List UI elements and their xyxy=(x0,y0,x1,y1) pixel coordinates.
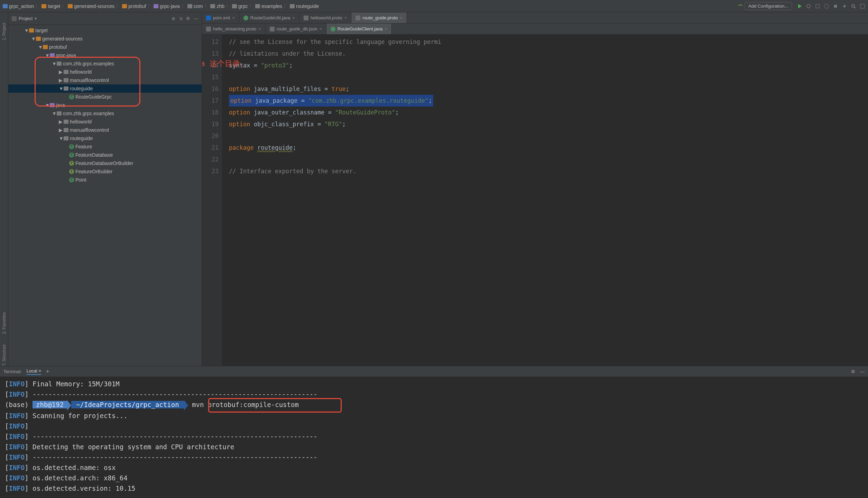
tab-label: RouteGuideClient.java xyxy=(338,26,382,31)
debug-icon[interactable] xyxy=(806,3,811,9)
svg-point-0 xyxy=(807,4,810,8)
svg-rect-6 xyxy=(12,16,17,21)
locate-icon[interactable]: ⊕ xyxy=(172,16,175,21)
file-icon xyxy=(243,16,248,20)
editor-tab[interactable]: route_guide.proto× xyxy=(351,12,407,23)
tab-label: pom.xml xyxy=(213,15,230,20)
svg-point-2 xyxy=(824,4,829,8)
breadcrumb[interactable]: grpc_action〉 target〉 generated-sources〉 … xyxy=(3,3,736,9)
stop-icon[interactable] xyxy=(833,3,838,9)
tree-node-interface[interactable]: FeatureOrBuilder xyxy=(8,167,202,176)
file-icon xyxy=(355,16,360,20)
editor-tab[interactable]: pom.xml× xyxy=(202,12,239,23)
search-icon[interactable] xyxy=(851,3,856,9)
tree-node-package[interactable]: ▼com.zhb.grpc.examples xyxy=(8,59,202,68)
line-gutter: 121314151617181920212223 xyxy=(202,35,222,366)
project-tree[interactable]: ▼target ▼generated-sources ▼protobuf ▼gr… xyxy=(8,25,202,366)
tree-node-java[interactable]: ▼java xyxy=(8,101,202,109)
project-panel-title: Project xyxy=(19,16,33,21)
close-icon[interactable]: × xyxy=(292,15,295,20)
tool-window-stripe-left: 1: Project 2: Favorites 7: Structure xyxy=(0,12,8,366)
tree-node-class[interactable]: RouteGuideGrpc xyxy=(8,93,202,101)
project-view-icon xyxy=(12,16,17,21)
editor-tab[interactable]: route_guide_db.json× xyxy=(266,24,326,34)
expand-icon[interactable]: ⇲ xyxy=(179,16,183,21)
svg-rect-3 xyxy=(834,5,837,8)
editor-body[interactable]: 121314151617181920212223 // see the Lice… xyxy=(202,35,868,366)
file-icon xyxy=(206,27,211,31)
vcs-icon[interactable] xyxy=(842,3,847,9)
tab-label: RouteGuideUtil.java xyxy=(250,15,290,20)
hammer-icon[interactable] xyxy=(738,3,743,9)
close-icon[interactable]: × xyxy=(319,26,322,31)
code-content[interactable]: // see the License for the specific lang… xyxy=(222,35,868,366)
tree-node-target[interactable]: ▼target xyxy=(8,26,202,35)
add-configuration-button[interactable]: Add Configuration... xyxy=(745,2,792,10)
hide-icon[interactable]: — xyxy=(860,369,865,374)
file-icon xyxy=(304,16,308,20)
editor-tab[interactable]: RouteGuideUtil.java× xyxy=(239,12,299,23)
tree-node-class[interactable]: Point xyxy=(8,176,202,184)
tree-node-protobuf[interactable]: ▼protobuf xyxy=(8,43,202,51)
terminal-label: Terminal: xyxy=(3,369,22,374)
close-icon[interactable]: × xyxy=(38,368,41,374)
run-toolbar xyxy=(793,3,865,9)
tree-node-class[interactable]: Feature xyxy=(8,142,202,151)
terminal-tabs: Terminal: Local × + ⚙ — xyxy=(0,366,868,377)
file-icon xyxy=(331,27,335,31)
tab-label: route_guide_db.json xyxy=(277,26,317,31)
project-dropdown-icon[interactable]: ▾ xyxy=(35,16,37,21)
terminal-tab-local[interactable]: Local × xyxy=(27,368,41,375)
favorites-tool-tab[interactable]: 2: Favorites xyxy=(2,312,7,334)
hide-icon[interactable]: — xyxy=(194,16,198,21)
project-panel: Project ▾ ⊕ ⇲ ⚙ — ▼target ▼generated-sou… xyxy=(8,12,202,366)
tree-node-folder[interactable]: ▶helloworld xyxy=(8,68,202,76)
file-icon xyxy=(270,27,275,31)
terminal-output[interactable]: [INFO] Final Memory: 15M/301M[INFO] ----… xyxy=(0,377,868,498)
project-panel-header: Project ▾ ⊕ ⇲ ⚙ — xyxy=(8,12,202,25)
project-tool-tab[interactable]: 1: Project xyxy=(2,23,7,40)
tree-node-grpc-java[interactable]: ▼grpc-java xyxy=(8,51,202,59)
structure-tool-tab[interactable]: 7: Structure xyxy=(2,344,7,366)
gear-icon[interactable]: ⚙ xyxy=(186,16,190,21)
tree-node-routeguide[interactable]: ▼routeguide xyxy=(8,84,202,93)
tab-label: helloworld.proto xyxy=(311,15,342,20)
tree-node-generated-sources[interactable]: ▼generated-sources xyxy=(8,35,202,43)
tree-node-folder[interactable]: ▼routeguide xyxy=(8,134,202,142)
annotation-text: 命令执行成功后， 多出来 grpc-java 这个目录。 xyxy=(202,48,248,69)
svg-point-4 xyxy=(852,4,855,7)
tree-node-package[interactable]: ▼com.zhb.grpc.examples xyxy=(8,109,202,118)
profile-icon[interactable] xyxy=(824,3,829,9)
tree-node-folder[interactable]: ▶manualflowcontrol xyxy=(8,76,202,84)
terminal-panel: Terminal: Local × + ⚙ — [INFO] Final Mem… xyxy=(0,366,868,498)
file-icon xyxy=(206,16,211,20)
gear-icon[interactable]: ⚙ xyxy=(851,369,855,374)
editor-area: pom.xml×RouteGuideUtil.java×helloworld.p… xyxy=(202,12,868,366)
tab-label: route_guide.proto xyxy=(362,15,398,20)
navigation-bar: grpc_action〉 target〉 generated-sources〉 … xyxy=(0,0,868,12)
editor-tab[interactable]: RouteGuideClient.java× xyxy=(326,24,392,34)
coverage-icon[interactable] xyxy=(815,3,820,9)
run-icon[interactable] xyxy=(797,3,802,9)
close-icon[interactable]: × xyxy=(344,15,347,20)
close-icon[interactable]: × xyxy=(385,26,387,31)
editor-tabs-row-2: hello_streaming.proto×route_guide_db.jso… xyxy=(202,24,868,35)
add-terminal-icon[interactable]: + xyxy=(46,368,49,375)
tree-node-class[interactable]: FeatureDatabase xyxy=(8,151,202,159)
editor-tab[interactable]: helloworld.proto× xyxy=(299,12,351,23)
tree-node-folder[interactable]: ▶helloworld xyxy=(8,118,202,126)
close-icon[interactable]: × xyxy=(232,15,235,20)
editor-tab[interactable]: hello_streaming.proto× xyxy=(202,24,266,34)
settings-icon[interactable] xyxy=(860,3,865,9)
editor-tabs-row-1: pom.xml×RouteGuideUtil.java×helloworld.p… xyxy=(202,12,868,24)
tab-label: hello_streaming.proto xyxy=(213,26,256,31)
svg-rect-5 xyxy=(860,4,865,8)
close-icon[interactable]: × xyxy=(400,15,403,20)
svg-rect-1 xyxy=(816,4,819,8)
tree-node-folder[interactable]: ▶manualflowcontrol xyxy=(8,126,202,134)
close-icon[interactable]: × xyxy=(258,26,261,31)
tree-node-interface[interactable]: FeatureDatabaseOrBuilder xyxy=(8,159,202,167)
